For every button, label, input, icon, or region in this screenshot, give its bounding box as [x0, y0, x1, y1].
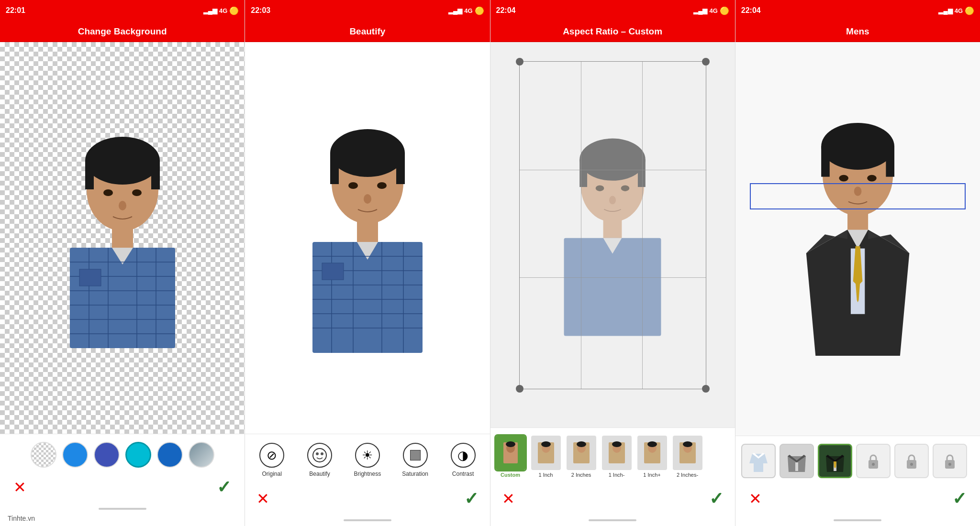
color-bluegray[interactable]	[189, 442, 214, 468]
outfit-plain[interactable]	[741, 444, 776, 478]
battery-icon-2: 🟡	[475, 6, 484, 15]
network-type-2: 4G	[464, 7, 472, 14]
outfit-svg-suit-light	[785, 449, 809, 473]
person-photo-4	[778, 122, 937, 356]
outfit-img-plain	[741, 444, 776, 478]
thumb-2inches[interactable]: 2 Inches	[565, 436, 598, 478]
handle-tr[interactable]	[702, 58, 710, 66]
color-cyan[interactable]	[125, 442, 151, 468]
contrast-icon: ◑	[451, 443, 476, 468]
photo-area-1	[0, 42, 245, 434]
saturation-icon-svg	[408, 448, 423, 463]
color-navy[interactable]	[157, 442, 183, 468]
panel-aspect-ratio: 22:04 ▂▄▆ 4G 🟡 Aspect Ratio – Custom	[490, 0, 735, 526]
outfit-locked-1[interactable]	[856, 444, 891, 478]
svg-rect-24	[396, 153, 405, 184]
signal-icon-1: ▂▄▆	[203, 7, 217, 14]
panel-change-background: 22:01 ▂▄▆ 4G 🟡 Change Background	[0, 0, 245, 526]
panel-mens: 22:04 ▂▄▆ 4G 🟡 Mens	[735, 0, 980, 526]
cancel-button-4[interactable]: ✕	[749, 490, 762, 508]
svg-rect-23	[330, 153, 339, 184]
thumb-img-custom	[496, 436, 525, 470]
tool-beautify[interactable]: Beautify	[305, 443, 334, 477]
beautify-tools: ⊘ Original Beautify ☀	[247, 439, 488, 481]
svg-point-65	[577, 441, 586, 447]
title-bar-2: Beautify	[245, 21, 490, 42]
thumb-label-1inch: 1 Inch	[539, 472, 553, 478]
svg-point-6	[119, 201, 126, 210]
thumb-custom[interactable]: Custom	[494, 436, 527, 478]
svg-rect-2	[85, 161, 94, 189]
title-bar-1: Change Background	[0, 21, 245, 42]
tool-original[interactable]: ⊘ Original	[257, 443, 286, 477]
tool-brightness[interactable]: ☀ Brightness	[353, 443, 382, 477]
confirm-button-1[interactable]: ✓	[217, 477, 231, 497]
outfit-locked-3[interactable]	[933, 444, 967, 478]
tool-contrast[interactable]: ◑ Contrast	[449, 443, 478, 477]
status-bar-2: 22:03 ▂▄▆ 4G 🟡	[245, 0, 490, 21]
svg-point-1	[85, 137, 160, 185]
confirm-button-2[interactable]: ✓	[464, 489, 479, 509]
battery-icon-1: 🟡	[229, 6, 239, 15]
thumb-img-1inch	[531, 436, 561, 470]
signal-icon-2: ▂▄▆	[448, 7, 462, 14]
outfit-svg-plain	[746, 449, 770, 473]
svg-point-22	[330, 129, 405, 177]
thumb-1inch[interactable]: 1 Inch	[530, 436, 562, 478]
svg-point-71	[647, 441, 657, 447]
beautify-icon-svg	[312, 448, 327, 463]
svg-point-25	[348, 182, 358, 189]
thumb-label-1inch-minus: 1 Inch-	[609, 472, 625, 478]
signal-icon-3: ▂▄▆	[693, 7, 707, 14]
action-row-4: ✕ ✓	[739, 485, 976, 513]
status-icons-4: ▂▄▆ 4G 🟡	[938, 6, 974, 15]
outfit-img-locked-1	[856, 444, 891, 478]
thumb-1inch-minus[interactable]: 1 Inch-	[601, 436, 633, 478]
battery-icon-4: 🟡	[965, 6, 974, 15]
watermark: Tinhte.vn	[8, 515, 35, 522]
color-blue-dark[interactable]	[62, 442, 88, 468]
color-indigo[interactable]	[94, 442, 120, 468]
outfit-img-suit-dark	[818, 444, 852, 478]
panels-container: 22:01 ▂▄▆ 4G 🟡 Change Background	[0, 0, 980, 526]
scroll-indicator-4	[834, 519, 881, 521]
thumb-1inch-plus[interactable]: 1 Inch+	[636, 436, 668, 478]
svg-marker-90	[749, 454, 768, 472]
svg-rect-20	[79, 269, 101, 286]
confirm-button-3[interactable]: ✓	[709, 489, 724, 509]
lock-icon-1	[866, 452, 881, 470]
network-type-1: 4G	[219, 7, 227, 14]
toolbar-4: ✕ ✓	[735, 436, 980, 526]
confirm-button-4[interactable]: ✓	[952, 489, 967, 509]
handle-tl[interactable]	[516, 58, 523, 66]
outfit-thumbs	[739, 441, 976, 481]
thumb-label-custom: Custom	[501, 472, 520, 478]
cancel-button-2[interactable]: ✕	[256, 490, 269, 508]
color-transparent[interactable]	[31, 442, 56, 468]
cancel-button-1[interactable]: ✕	[13, 478, 26, 496]
thumb-2inches-minus[interactable]: 2 Inches-	[671, 436, 704, 478]
outfit-locked-2[interactable]	[894, 444, 929, 478]
person-photo-2	[286, 123, 449, 353]
network-type-3: 4G	[709, 7, 717, 14]
action-row-1: ✕ ✓	[4, 473, 241, 501]
svg-point-4	[103, 189, 113, 196]
handle-br[interactable]	[702, 385, 710, 393]
cancel-button-3[interactable]: ✕	[502, 490, 515, 508]
title-text-1: Change Background	[78, 26, 167, 37]
svg-rect-77	[821, 146, 830, 176]
panel-beautify: 22:03 ▂▄▆ 4G 🟡 Beautify	[245, 0, 490, 526]
outfit-suit-light[interactable]	[780, 444, 814, 478]
svg-point-42	[313, 449, 326, 462]
handle-bl[interactable]	[516, 385, 523, 393]
status-bar-1: 22:01 ▂▄▆ 4G 🟡	[0, 0, 245, 21]
svg-point-26	[377, 182, 387, 189]
outfit-img-locked-2	[894, 444, 929, 478]
scroll-indicator-3	[589, 519, 636, 521]
tool-saturation[interactable]: Saturation	[401, 443, 430, 477]
thumb-img-2inches	[567, 436, 596, 470]
beautify-icon	[307, 443, 332, 468]
outfit-suit-dark[interactable]	[818, 444, 852, 478]
time-1: 22:01	[6, 6, 25, 15]
photo-area-4	[735, 42, 980, 436]
